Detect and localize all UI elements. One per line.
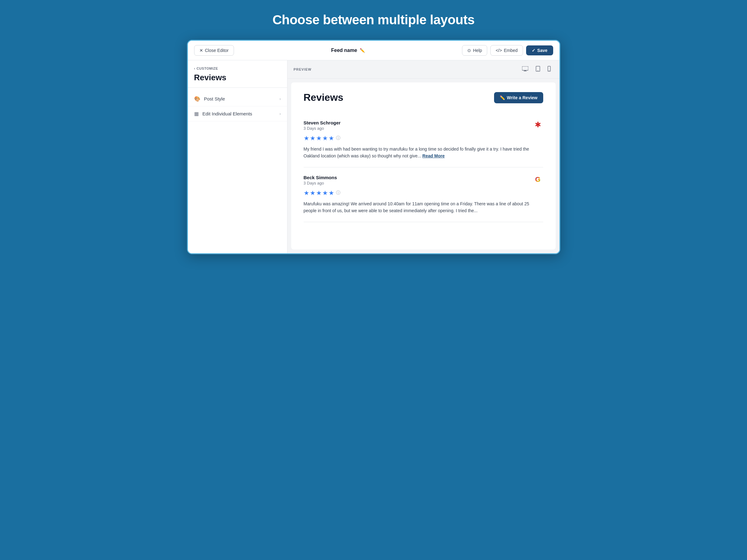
reviews-section-title: Reviews [304, 92, 343, 103]
review-2-text: Marufuku was amazing! We arrived around … [304, 200, 543, 214]
svg-point-6 [549, 70, 549, 71]
chevron-right-icon: › [279, 97, 281, 101]
tablet-icon [536, 67, 540, 73]
edit-icon: ✏️ [360, 48, 365, 53]
svg-rect-1 [524, 70, 526, 71]
reviewer-2-date: 3 Days ago [304, 181, 337, 185]
embed-label: Embed [504, 48, 517, 53]
sidebar-back-label: CUSTOMIZE [197, 67, 218, 70]
feed-name-text: Feed name [331, 48, 357, 53]
read-more-link-1[interactable]: Read More [422, 153, 445, 158]
preview-area: PREVIEW [287, 60, 559, 253]
close-editor-label: Close Editor [205, 48, 229, 53]
close-editor-button[interactable]: ✕ Close Editor [194, 45, 234, 56]
checkmark-icon: ✓ [532, 48, 536, 53]
device-icons [520, 64, 553, 75]
sidebar-header: ‹ CUSTOMIZE Reviews [188, 67, 287, 88]
review-2-stars-row: ★ ★ ★ ★ ★ ⓘ [304, 189, 543, 197]
review-header: Reviews ✏️ Write a Review [304, 92, 543, 103]
write-review-label: Write a Review [507, 95, 538, 100]
palette-icon: 🎨 [194, 96, 200, 102]
rating-info-icon: ⓘ [336, 135, 340, 141]
post-style-label: Post Style [204, 96, 225, 101]
back-chevron-icon: ‹ [194, 67, 196, 70]
yelp-source-icon: ✱ [534, 120, 543, 129]
review-2-header: Beck Simmons 3 Days ago G G [304, 175, 543, 185]
browser-window: ✕ Close Editor Feed name ✏️ ⊙ Help </> E… [187, 40, 560, 254]
svg-text:G: G [535, 176, 540, 183]
mobile-icon [547, 67, 551, 73]
review-1-stars-row: ★ ★ ★ ★ ★ ⓘ [304, 134, 543, 142]
review-2-stars: ★ ★ ★ ★ ★ [304, 189, 334, 197]
rating-info-icon-2: ⓘ [336, 190, 340, 196]
sidebar-item-left-edit: ▦ Edit Individual Elements [194, 111, 252, 117]
top-bar: ✕ Close Editor Feed name ✏️ ⊙ Help </> E… [188, 41, 559, 60]
review-item-1: Steven Schroger 3 Days ago ✱ ★ [304, 112, 543, 168]
review-container: Reviews ✏️ Write a Review Steven Schroge… [291, 82, 556, 250]
svg-rect-0 [522, 66, 528, 70]
help-button[interactable]: ⊙ Help [462, 45, 487, 56]
reviewer-1-date: 3 Days ago [304, 126, 341, 131]
edit-elements-label: Edit Individual Elements [203, 111, 252, 116]
reviewer-2-info: Beck Simmons 3 Days ago [304, 175, 337, 185]
review-1-stars: ★ ★ ★ ★ ★ [304, 134, 334, 142]
embed-button[interactable]: </> Embed [490, 45, 523, 56]
star-2-2: ★ [310, 189, 315, 197]
review-1-header: Steven Schroger 3 Days ago ✱ [304, 120, 543, 131]
star-2: ★ [310, 134, 315, 142]
star-2-5: ★ [329, 189, 334, 197]
help-icon: ⊙ [467, 48, 471, 53]
star-4: ★ [322, 134, 328, 142]
sidebar-back: ‹ CUSTOMIZE [194, 67, 281, 70]
sidebar-item-post-style[interactable]: 🎨 Post Style › [188, 92, 287, 106]
top-bar-actions: ⊙ Help </> Embed ✓ Save [462, 45, 553, 56]
star-1: ★ [304, 134, 309, 142]
desktop-icon [522, 67, 528, 72]
reviewer-1-name: Steven Schroger [304, 120, 341, 125]
mobile-view-button[interactable] [545, 64, 553, 75]
sidebar-item-edit-elements[interactable]: ▦ Edit Individual Elements › [188, 106, 287, 121]
save-button[interactable]: ✓ Save [526, 45, 553, 55]
svg-point-4 [538, 70, 538, 71]
review-1-text: My friend I was with had been wanting to… [304, 146, 543, 160]
close-icon: ✕ [200, 48, 203, 53]
sidebar-title: Reviews [194, 73, 281, 82]
sidebar-item-left: 🎨 Post Style [194, 96, 225, 102]
preview-toolbar: PREVIEW [287, 60, 559, 79]
feed-name-area: Feed name ✏️ [331, 48, 365, 53]
star-2-1: ★ [304, 189, 309, 197]
reviewer-2-name: Beck Simmons [304, 175, 337, 180]
star-3: ★ [316, 134, 322, 142]
star-2-3: ★ [316, 189, 322, 197]
star-5: ★ [329, 134, 334, 142]
review-item-2: Beck Simmons 3 Days ago G G [304, 168, 543, 222]
pencil-icon: ✏️ [500, 95, 505, 100]
main-layout: ‹ CUSTOMIZE Reviews 🎨 Post Style › ▦ Ed [188, 60, 559, 253]
google-source-icon: G G G [535, 175, 543, 185]
preview-label: PREVIEW [294, 68, 312, 71]
help-label: Help [473, 48, 482, 53]
embed-code-icon: </> [496, 48, 502, 53]
svg-rect-2 [524, 71, 527, 71]
save-label: Save [537, 48, 547, 53]
reviewer-1-info: Steven Schroger 3 Days ago [304, 120, 341, 131]
tablet-view-button[interactable] [533, 64, 543, 75]
grid-icon: ▦ [194, 111, 199, 117]
sidebar-menu: 🎨 Post Style › ▦ Edit Individual Element… [188, 88, 287, 125]
sidebar: ‹ CUSTOMIZE Reviews 🎨 Post Style › ▦ Ed [188, 60, 287, 253]
desktop-view-button[interactable] [520, 65, 531, 74]
svg-text:✱: ✱ [535, 120, 541, 129]
star-2-4: ★ [322, 189, 328, 197]
write-review-button[interactable]: ✏️ Write a Review [494, 92, 543, 103]
page-headline: Choose between multiple layouts [273, 12, 475, 27]
chevron-right-icon-2: › [279, 111, 281, 116]
